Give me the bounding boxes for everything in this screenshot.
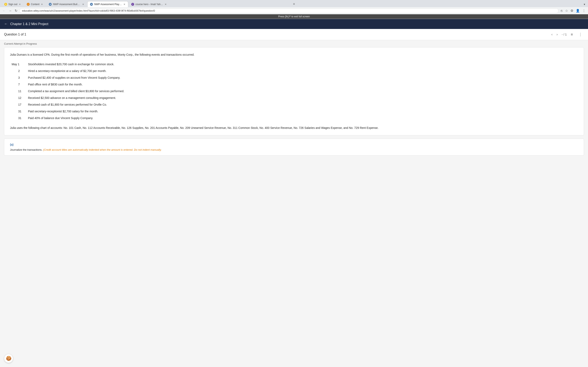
transaction-row: May 1Stockholders invested $20,700 cash … — [10, 61, 578, 68]
browser-tab-tab1[interactable]: SSign out× — [2, 1, 24, 7]
browser-actions: ⎋ ☆ ⚙ 👤 ⋮ — [560, 8, 586, 13]
cast-button[interactable]: ⎋ — [560, 8, 563, 13]
transaction-description: Received $2,500 advance on a management … — [26, 95, 578, 101]
transaction-description: Paid office rent of $830 cash for the mo… — [26, 81, 578, 88]
extensions-button[interactable]: ⚙ — [570, 8, 574, 13]
app-title: Chapter 1 & 2 Mini Project — [10, 22, 48, 26]
tab-favicon: Y — [131, 3, 134, 6]
transaction-row: 17Received cash of $1,800 for services p… — [10, 101, 578, 108]
browser-chrome: SSign out×CContent×WNWP Assessment Build… — [0, 0, 588, 19]
content-area: Current Attempt in Progress Julia Dumars… — [0, 40, 588, 160]
question-card: Julia Dumars is a licensed CPA. During t… — [4, 47, 584, 135]
question-more-button[interactable]: ⋮ — [577, 31, 584, 38]
transaction-date: 31 — [10, 115, 26, 122]
transaction-row: 7Paid office rent of $830 cash for the m… — [10, 81, 578, 88]
transaction-date: 11 — [10, 88, 26, 95]
back-nav-button[interactable]: ← — [2, 8, 7, 13]
question-intro: Julia Dumars is a licensed CPA. During t… — [10, 52, 578, 57]
tab-favicon: W — [49, 3, 52, 6]
browser-tab-tab5[interactable]: Ycourse hero - Imali Yahoo Sea...× — [129, 1, 169, 7]
tab-end: ▾ — [297, 2, 586, 7]
address-bar: ← → ↻ ⎋ ☆ ⚙ 👤 ⋮ — [0, 7, 588, 14]
tabs-more-button[interactable]: ▾ — [582, 2, 586, 7]
tab-favicon: C — [27, 3, 30, 6]
transaction-date: 7 — [10, 81, 26, 88]
reload-button[interactable]: ↻ — [14, 8, 18, 13]
tab-bar: SSign out×CContent×WNWP Assessment Build… — [0, 0, 588, 7]
section-a-card: (a) Journalize the transactions. (Credit… — [4, 139, 584, 156]
transaction-date: 3 — [10, 75, 26, 81]
transaction-date: 2 — [10, 68, 26, 75]
tab-title: NWP Assessment Builder UI A... — [53, 3, 81, 6]
transaction-row: 2Hired a secretary-receptionist at a sal… — [10, 68, 578, 75]
transaction-row: 11Completed a tax assignment and billed … — [10, 88, 578, 95]
profile-button[interactable]: 👤 — [575, 8, 581, 13]
transaction-date: 17 — [10, 101, 26, 108]
transaction-row: 3Purchased $2,400 of supplies on account… — [10, 75, 578, 81]
bookmark-button[interactable]: ☆ — [564, 8, 569, 13]
tab-close-button[interactable]: × — [18, 3, 21, 6]
tab-close-button[interactable]: × — [82, 3, 84, 6]
tab-close-button[interactable]: × — [164, 3, 167, 6]
next-question-button[interactable]: › — [555, 32, 559, 37]
tab-title: NWP Assessment Player UI Ap... — [94, 3, 122, 6]
transaction-date: May 1 — [10, 61, 26, 68]
transaction-description: Paid secretary-receptionist $2,700 salar… — [26, 108, 578, 115]
new-tab-button[interactable]: + — [291, 1, 297, 7]
transaction-row: 31Paid secretary-receptionist $2,700 sal… — [10, 108, 578, 115]
transaction-date: 12 — [10, 95, 26, 101]
section-a-label: (a) — [10, 143, 578, 146]
browser-tab-tab3[interactable]: WNWP Assessment Builder UI A...× — [46, 1, 87, 7]
app-header: ← Chapter 1 & 2 Mini Project — [0, 19, 588, 29]
back-button[interactable]: ← — [4, 22, 8, 26]
transaction-description: Received cash of $1,800 for services per… — [26, 101, 578, 108]
tab-favicon: W — [90, 3, 93, 6]
chart-of-accounts: Julia uses the following chart of accoun… — [10, 125, 578, 130]
tab-title: Sign out — [8, 3, 17, 6]
address-input[interactable] — [19, 8, 559, 13]
transaction-description: Purchased $2,400 of supplies on account … — [26, 75, 578, 81]
tab-favicon: S — [4, 3, 7, 6]
menu-button[interactable]: ⋮ — [581, 8, 586, 13]
journalize-text: Journalize the transactions. — [10, 148, 42, 151]
browser-tab-tab2[interactable]: CContent× — [24, 1, 46, 7]
transaction-row: 12Received $2,500 advance on a managemen… — [10, 95, 578, 101]
question-list-button[interactable]: ≡ — [569, 32, 575, 38]
browser-tab-tab4[interactable]: WNWP Assessment Player UI Ap...× — [87, 1, 128, 7]
transaction-description: Hired a secretary-receptionist at a sala… — [26, 68, 578, 75]
prev-question-button[interactable]: ‹ — [550, 32, 554, 37]
question-header: Question 1 of 1 ‹ › - / 1 ≡ ⋮ — [0, 29, 588, 40]
fullscreen-notice: Press [fn] F to exit full screen — [0, 14, 588, 19]
transaction-description: Completed a tax assignment and billed cl… — [26, 88, 578, 95]
transaction-description: Stockholders invested $20,700 cash in ex… — [26, 61, 578, 68]
transactions-table: May 1Stockholders invested $20,700 cash … — [10, 61, 578, 122]
tab-close-button[interactable]: × — [41, 3, 43, 6]
question-count: - / 1 — [562, 33, 567, 36]
question-nav-arrows: ‹ › — [550, 32, 559, 37]
transaction-description: Paid 40% of balance due Vincent Supply C… — [26, 115, 578, 122]
attempt-label: Current Attempt in Progress — [4, 40, 584, 47]
transaction-date: 31 — [10, 108, 26, 115]
journalize-instruction: Journalize the transactions. (Credit acc… — [10, 148, 578, 151]
tab-close-button[interactable]: × — [123, 3, 126, 6]
journalize-note: (Credit account titles are automatically… — [43, 148, 162, 151]
question-label: Question 1 of 1 — [4, 33, 547, 36]
tab-title: course hero - Imali Yahoo Sea... — [135, 3, 163, 6]
transaction-row: 31Paid 40% of balance due Vincent Supply… — [10, 115, 578, 122]
forward-nav-button[interactable]: → — [8, 8, 13, 13]
tab-title: Content — [31, 3, 39, 6]
